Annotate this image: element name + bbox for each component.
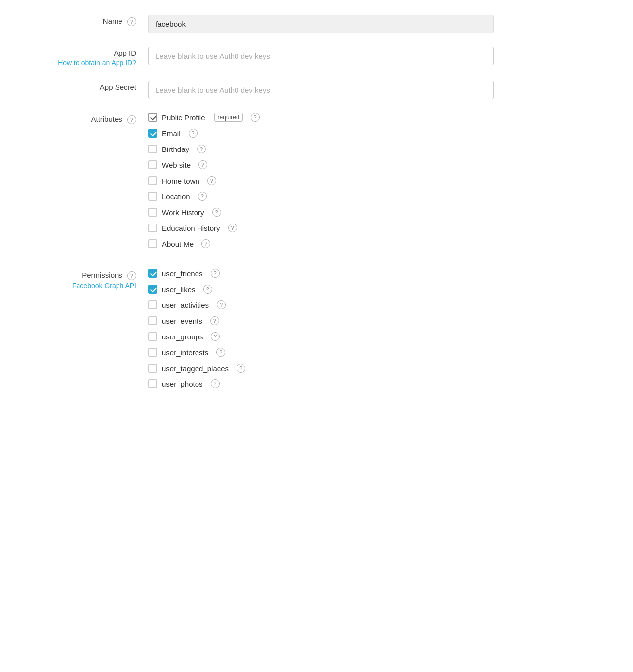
checkbox-wrap-education_history: Education History? — [148, 224, 237, 232]
attributes-help-icon[interactable]: ? — [127, 115, 136, 124]
app-secret-input-wrap — [148, 81, 613, 99]
label-location: Location — [162, 192, 190, 201]
permissions-list-wrap: user_friends?user_likes?user_activities?… — [148, 269, 613, 395]
checkbox-website[interactable] — [148, 160, 157, 169]
checkbox-location[interactable] — [148, 192, 157, 201]
name-row: Name ? — [20, 15, 613, 33]
checkbox-user_activities[interactable] — [148, 300, 157, 309]
permissions-row: Permissions ? Facebook Graph API user_fr… — [20, 269, 613, 395]
checkbox-work_history[interactable] — [148, 208, 157, 217]
app-id-label-block: App ID How to obtain an App ID? — [20, 47, 148, 67]
help-icon-website[interactable]: ? — [198, 160, 207, 169]
how-to-obtain-link[interactable]: How to obtain an App ID? — [20, 58, 136, 67]
checkbox-about_me[interactable] — [148, 239, 157, 248]
help-icon-email[interactable]: ? — [189, 129, 198, 138]
label-birthday: Birthday — [162, 145, 189, 153]
list-item: user_activities? — [148, 300, 613, 309]
checkbox-wrap-website: Web site? — [148, 160, 207, 169]
list-item: user_groups? — [148, 332, 613, 341]
facebook-graph-api-link[interactable]: Facebook Graph API — [20, 281, 136, 290]
list-item: Public Profilerequired? — [148, 113, 613, 122]
checkbox-wrap-hometown: Home town? — [148, 176, 216, 185]
app-secret-row: App Secret — [20, 81, 613, 99]
checkbox-user_photos[interactable] — [148, 379, 157, 388]
app-secret-label-block: App Secret — [20, 81, 148, 91]
label-hometown: Home town — [162, 177, 199, 185]
checkbox-birthday[interactable] — [148, 145, 157, 153]
required-badge: required — [214, 113, 243, 122]
checkbox-education_history[interactable] — [148, 224, 157, 232]
checkbox-public_profile[interactable] — [148, 113, 157, 122]
name-help-icon[interactable]: ? — [127, 17, 136, 26]
name-input[interactable] — [148, 15, 494, 33]
help-icon-hometown[interactable]: ? — [207, 176, 216, 185]
checkbox-user_events[interactable] — [148, 316, 157, 325]
checkbox-user_friends[interactable] — [148, 269, 157, 278]
checkbox-user_tagged_places[interactable] — [148, 364, 157, 373]
checkbox-wrap-public_profile: Public Profilerequired? — [148, 113, 260, 122]
help-icon-work_history[interactable]: ? — [212, 208, 221, 217]
app-id-input[interactable] — [148, 47, 494, 65]
checkbox-wrap-user_friends: user_friends? — [148, 269, 220, 278]
list-item: About Me? — [148, 239, 613, 248]
help-icon-public_profile[interactable]: ? — [251, 113, 260, 122]
checkbox-wrap-user_likes: user_likes? — [148, 285, 212, 294]
help-icon-user_photos[interactable]: ? — [211, 379, 220, 388]
help-icon-user_activities[interactable]: ? — [217, 300, 226, 309]
checkbox-wrap-work_history: Work History? — [148, 208, 221, 217]
permissions-help-icon[interactable]: ? — [127, 271, 136, 280]
checkbox-wrap-user_activities: user_activities? — [148, 300, 226, 309]
list-item: user_tagged_places? — [148, 364, 613, 373]
label-user_photos: user_photos — [162, 380, 203, 388]
checkbox-email[interactable] — [148, 129, 157, 138]
checkbox-hometown[interactable] — [148, 176, 157, 185]
label-email: Email — [162, 129, 181, 138]
label-user_friends: user_friends — [162, 269, 203, 278]
permissions-label-text: Permissions — [82, 271, 122, 279]
app-id-input-wrap — [148, 47, 613, 65]
checkbox-user_groups[interactable] — [148, 332, 157, 341]
permissions-label-block: Permissions ? Facebook Graph API — [20, 269, 148, 290]
app-id-row: App ID How to obtain an App ID? — [20, 47, 613, 67]
help-icon-location[interactable]: ? — [198, 192, 207, 201]
label-user_interests: user_interests — [162, 348, 208, 357]
help-icon-user_groups[interactable]: ? — [211, 332, 220, 341]
label-user_tagged_places: user_tagged_places — [162, 364, 229, 373]
label-work_history: Work History — [162, 208, 204, 217]
checkbox-wrap-user_events: user_events? — [148, 316, 219, 325]
label-public_profile: Public Profile — [162, 113, 205, 122]
app-secret-label-text: App Secret — [100, 83, 136, 91]
help-icon-user_events[interactable]: ? — [210, 316, 219, 325]
list-item: Birthday? — [148, 145, 613, 153]
help-icon-user_interests[interactable]: ? — [216, 348, 225, 357]
label-user_activities: user_activities — [162, 301, 209, 309]
attributes-list-wrap: Public Profilerequired?Email?Birthday?We… — [148, 113, 613, 255]
checkbox-user_interests[interactable] — [148, 348, 157, 357]
checkbox-wrap-user_photos: user_photos? — [148, 379, 220, 388]
name-input-wrap — [148, 15, 613, 33]
help-icon-user_likes[interactable]: ? — [203, 285, 212, 294]
checkbox-user_likes[interactable] — [148, 285, 157, 294]
list-item: Email? — [148, 129, 613, 138]
list-item: user_likes? — [148, 285, 613, 294]
list-item: user_photos? — [148, 379, 613, 388]
help-icon-birthday[interactable]: ? — [197, 145, 206, 153]
list-item: Education History? — [148, 224, 613, 232]
checkbox-wrap-birthday: Birthday? — [148, 145, 206, 153]
checkbox-wrap-email: Email? — [148, 129, 198, 138]
help-icon-about_me[interactable]: ? — [201, 239, 210, 248]
list-item: user_friends? — [148, 269, 613, 278]
help-icon-user_friends[interactable]: ? — [211, 269, 220, 278]
app-secret-input[interactable] — [148, 81, 494, 99]
help-icon-user_tagged_places[interactable]: ? — [237, 364, 245, 373]
help-icon-education_history[interactable]: ? — [228, 224, 237, 232]
label-user_events: user_events — [162, 317, 202, 325]
checkbox-wrap-user_interests: user_interests? — [148, 348, 225, 357]
list-item: Work History? — [148, 208, 613, 217]
attributes-label-text: Attributes — [91, 115, 122, 123]
label-about_me: About Me — [162, 240, 194, 248]
label-user_groups: user_groups — [162, 333, 203, 341]
list-item: user_events? — [148, 316, 613, 325]
label-education_history: Education History — [162, 224, 220, 232]
checkbox-wrap-about_me: About Me? — [148, 239, 210, 248]
